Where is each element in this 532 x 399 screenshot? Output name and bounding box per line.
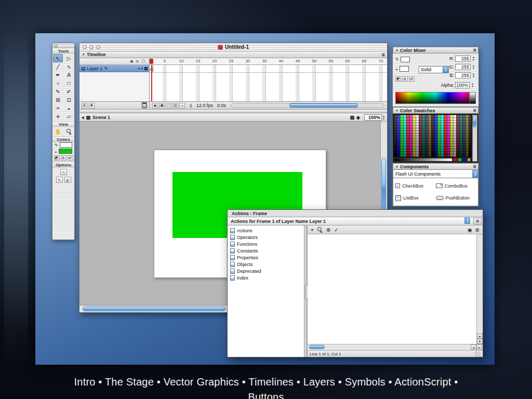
tools-palette-titlebar[interactable] (52, 43, 74, 48)
script-horizontal-scrollbar[interactable]: ◂ ▸ (308, 344, 483, 350)
swatch-red[interactable] (453, 158, 457, 162)
free-transform-tool-button[interactable]: ⊞ (53, 96, 63, 104)
resize-grip[interactable] (475, 351, 481, 357)
line-tool-button[interactable]: ╱ (53, 62, 63, 71)
scene-label[interactable]: Scene 1 (92, 115, 110, 120)
layer-row-layer-1[interactable]: ▤ Layer 1 ✎ • • (79, 65, 149, 72)
mixer-stroke-swatch[interactable] (401, 57, 410, 62)
swatch-green[interactable] (458, 158, 462, 162)
green-channel-field[interactable]: 255 (455, 64, 471, 70)
eraser-tool-button[interactable]: ▱ (64, 112, 74, 121)
playhead[interactable] (150, 59, 153, 64)
swatches-scrollbar-thumb[interactable] (473, 116, 476, 127)
frame-ruler[interactable]: 5 10 15 20 25 30 35 40 45 50 55 60 (150, 58, 387, 65)
swap-colors-button[interactable]: ⇄ (68, 155, 73, 161)
swatches-scrollbar[interactable] (472, 115, 477, 162)
frames-grid[interactable] (150, 65, 387, 101)
category-index[interactable]: Index (228, 274, 304, 281)
zoom-window-button[interactable] (96, 45, 100, 49)
script-editor-area[interactable]: ▲ ▼ (308, 234, 483, 344)
outline-layers-icon[interactable]: ▢ (141, 59, 145, 63)
fill-color-swatch[interactable] (59, 149, 72, 154)
subselection-tool-button[interactable]: ▷ (64, 54, 74, 62)
timeline-frames[interactable]: 5 10 15 20 25 30 35 40 45 50 55 60 (150, 58, 387, 101)
insert-target-path-icon[interactable]: ⊕ (326, 227, 330, 233)
mixer-fill-swatch[interactable] (400, 66, 409, 72)
check-syntax-icon[interactable]: ✓ (334, 227, 338, 233)
view-options-icon[interactable]: ≣ (475, 227, 480, 233)
gradient-swatch-linear[interactable] (394, 158, 453, 162)
alpha-stepper[interactable] (471, 83, 474, 88)
paint-bucket-tool-button[interactable]: ◒ (64, 104, 74, 112)
back-arrow-icon[interactable]: ◂ (82, 115, 84, 120)
text-tool-button[interactable]: A (64, 71, 74, 79)
category-operators[interactable]: Operators (228, 234, 304, 241)
add-statement-button[interactable]: + (311, 227, 314, 233)
component-library-dropdown[interactable]: Flash UI Components (393, 170, 478, 178)
alpha-field[interactable]: 100% (455, 82, 470, 88)
show-hide-layers-icon[interactable]: ◉ (130, 59, 133, 63)
script-horizontal-scrollbar-thumb[interactable] (309, 345, 325, 349)
mixer-swap-colors-button[interactable]: ⇄ (409, 76, 415, 82)
modify-onion-markers-button[interactable]: ≡ (179, 103, 185, 109)
document-titlebar[interactable]: Untitled-1 (79, 43, 387, 51)
component-listbox[interactable]: ListBox (395, 195, 436, 201)
timeline-scrollbar[interactable] (231, 103, 384, 108)
hand-tool-button[interactable]: ✋ (53, 127, 63, 136)
fill-style-dropdown[interactable]: Solid (419, 66, 449, 73)
color-mixer-header[interactable]: Color Mixer (393, 47, 478, 54)
zoom-value-field[interactable]: 100% (364, 114, 382, 121)
category-objects[interactable]: Objects (228, 261, 304, 268)
center-frame-button[interactable]: ◉ (152, 103, 158, 109)
category-actions[interactable]: Actions (228, 227, 304, 234)
layer-lock-dot[interactable]: • (141, 66, 143, 71)
script-scroll-down-button[interactable]: ▼ (477, 339, 483, 344)
mixer-no-color-button[interactable]: ⊘ (402, 76, 408, 82)
fill-transform-tool-button[interactable]: ⊡ (64, 96, 74, 104)
swatch-rainbow-gradient[interactable] (467, 158, 471, 162)
delete-layer-button[interactable] (141, 103, 147, 109)
hue-spectrum-bar[interactable] (395, 92, 476, 104)
edit-multiple-frames-button[interactable]: ▥ (172, 103, 178, 109)
lock-layers-icon[interactable]: ⊘ (136, 59, 139, 63)
swatch-blue[interactable] (462, 158, 467, 162)
timeline-panel-header[interactable]: Timeline (79, 51, 387, 58)
no-color-button[interactable]: ⊘ (61, 155, 66, 161)
onion-skin-outlines-button[interactable]: ▢ (166, 103, 171, 109)
component-pushbutton[interactable]: PushButton (436, 195, 476, 201)
component-checkbox[interactable]: ✓ CheckBox (395, 183, 436, 189)
layer-visible-dot[interactable]: • (138, 66, 140, 71)
blue-channel-field[interactable]: 255 (455, 72, 471, 78)
red-channel-field[interactable]: 255 (455, 56, 471, 62)
script-vertical-scrollbar[interactable]: ▲ ▼ (476, 234, 483, 344)
actions-context-bar[interactable]: Actions for Frame 1 of Layer Name Layer … (228, 217, 483, 225)
debug-options-icon[interactable]: ◉ (468, 227, 472, 233)
insert-layer-button[interactable]: ⊞ (82, 103, 87, 109)
find-icon[interactable] (317, 227, 323, 232)
minimize-button[interactable] (89, 45, 94, 49)
arrow-tool-button[interactable]: ↖ (53, 54, 63, 62)
actions-context-dropdown-arrows[interactable] (464, 217, 470, 224)
category-functions[interactable]: Functions (228, 241, 304, 247)
lasso-tool-button[interactable]: ∿ (64, 62, 74, 71)
green-channel-stepper[interactable] (472, 64, 475, 70)
script-scroll-left-button[interactable]: ◂ (471, 344, 476, 350)
add-motion-guide-button[interactable]: ✚ (89, 103, 95, 109)
ink-bottle-tool-button[interactable]: ✑ (53, 104, 63, 112)
timeline-scrollbar-thumb[interactable] (289, 103, 358, 108)
script-scroll-up-button[interactable]: ▲ (477, 334, 483, 339)
layer-outline-color-chip[interactable] (144, 67, 148, 70)
snap-to-objects-button[interactable]: ∩ (60, 169, 67, 175)
zoom-control[interactable]: 100% (364, 114, 385, 121)
blue-channel-stepper[interactable] (472, 73, 475, 78)
category-properties[interactable]: Properties (228, 254, 304, 261)
rectangle-tool-button[interactable]: □ (64, 79, 74, 87)
frame-rate-indicator[interactable]: 12.0 fps (194, 103, 215, 108)
smooth-button[interactable]: ∿ (56, 177, 63, 183)
components-header[interactable]: Components (393, 163, 478, 170)
component-combobox[interactable]: ComboBox (436, 183, 476, 189)
luminance-strip[interactable] (469, 92, 475, 103)
category-deprecated[interactable]: Deprecated (228, 268, 304, 274)
swatch-grid[interactable] (394, 115, 471, 157)
mixer-default-colors-button[interactable]: ◩ (395, 76, 401, 82)
